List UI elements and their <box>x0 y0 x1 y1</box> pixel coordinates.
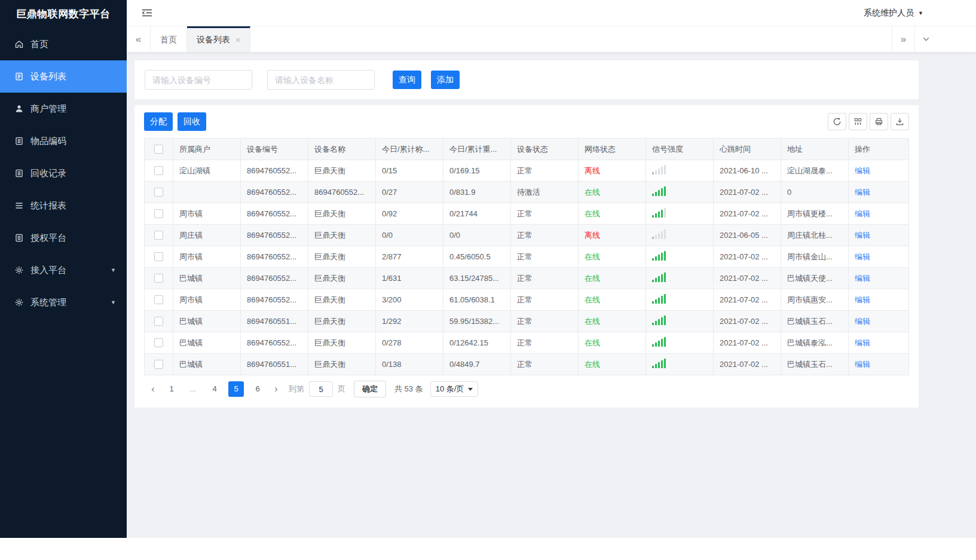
cell-heartbeat: 2021-07-02 ... <box>714 268 781 289</box>
column-settings-icon[interactable] <box>849 113 867 130</box>
row-checkbox[interactable] <box>154 338 163 347</box>
next-page-icon[interactable]: › <box>268 384 284 394</box>
row-checkbox[interactable] <box>154 360 163 369</box>
assign-button[interactable]: 分配 <box>144 112 173 131</box>
query-button[interactable]: 查询 <box>393 71 421 89</box>
signal-bars-icon <box>652 294 666 304</box>
cell-device-name: 巨鼎天衡 <box>308 354 376 375</box>
tabs-menu-icon[interactable] <box>914 26 937 52</box>
gear-icon <box>14 298 24 308</box>
cell-merchant: 淀山湖镇 <box>173 160 241 182</box>
signal-bars-icon <box>652 337 666 347</box>
cell-today-weight: 63.15/24785... <box>443 268 511 289</box>
cell-device-no: 8694760552... <box>241 332 308 354</box>
add-button[interactable]: 添加 <box>431 71 460 89</box>
cell-merchant: 周市镇 <box>173 246 241 268</box>
cell-merchant: 周市镇 <box>173 289 241 311</box>
sidebar-item-recycle-record[interactable]: 回收记录 <box>0 157 127 189</box>
sidebar-item-home[interactable]: 首页 <box>0 28 127 60</box>
edit-link[interactable]: 编辑 <box>855 231 870 240</box>
row-checkbox[interactable] <box>154 188 163 197</box>
table-header-row: 所属商户设备编号设备名称今日/累计称...今日/累计重...设备状态网络状态信号… <box>145 139 909 160</box>
row-checkbox[interactable] <box>154 209 163 218</box>
tab[interactable]: 设备列表 × <box>187 26 250 52</box>
row-checkbox[interactable] <box>154 274 163 283</box>
cell-today-weight: 0/21744 <box>443 203 511 225</box>
sidebar-menu: 首页 设备列表 商户管理 物品编码 回收记录 统计报表 授权平台 接入平台 ▼ … <box>0 28 127 319</box>
cell-signal <box>646 225 714 246</box>
table-row: 周市镇 8694760552... 巨鼎天衡 3/200 61.05/6038.… <box>145 289 909 311</box>
doc-icon <box>14 136 24 146</box>
cell-signal <box>646 268 714 289</box>
page-number[interactable]: 4 <box>207 381 222 397</box>
edit-link[interactable]: 编辑 <box>855 317 870 326</box>
cell-device-status: 正常 <box>511 246 579 268</box>
search-panel: 查询 添加 <box>134 60 919 99</box>
prev-page-icon[interactable]: ‹ <box>145 384 161 394</box>
goto-page-input[interactable] <box>309 381 333 397</box>
edit-link[interactable]: 编辑 <box>855 295 870 304</box>
row-checkbox[interactable] <box>154 252 163 261</box>
signal-bars-icon <box>652 186 666 196</box>
table-row: 8694760552... 8694760552... 0/27 0/831.9… <box>145 182 909 203</box>
cell-merchant: 周庄镇 <box>173 225 241 246</box>
device-name-input[interactable] <box>267 70 375 90</box>
page-number[interactable]: 1 <box>164 381 179 397</box>
sidebar-item-device-list[interactable]: 设备列表 <box>0 60 127 93</box>
edit-link[interactable]: 编辑 <box>855 209 870 218</box>
chevron-down-icon: ▼ <box>111 267 116 273</box>
cell-merchant <box>173 182 241 203</box>
table-row: 巴城镇 8694760552... 巨鼎天衡 0/278 0/12642.15 … <box>145 332 909 354</box>
cell-signal <box>646 289 714 311</box>
page-number[interactable]: 5 <box>228 381 244 397</box>
cell-signal <box>646 354 714 375</box>
edit-link[interactable]: 编辑 <box>855 360 870 369</box>
tabs-scroll-right-icon[interactable]: » <box>892 26 914 52</box>
cell-signal <box>646 332 714 354</box>
row-checkbox[interactable] <box>154 295 163 304</box>
sidebar-item-merchant-mgmt[interactable]: 商户管理 <box>0 93 127 125</box>
row-checkbox[interactable] <box>154 317 163 326</box>
select-all-checkbox[interactable] <box>154 145 163 154</box>
edit-link[interactable]: 编辑 <box>855 274 870 283</box>
confirm-page-button[interactable]: 确定 <box>354 381 386 397</box>
device-no-input[interactable] <box>145 70 252 90</box>
sidebar-item-access-platform[interactable]: 接入平台 ▼ <box>0 254 127 286</box>
cell-merchant: 巴城镇 <box>173 311 241 332</box>
doc-icon <box>14 233 24 243</box>
cell-network-status: 在线 <box>579 289 646 311</box>
sidebar-item-item-code[interactable]: 物品编码 <box>0 125 127 157</box>
export-icon[interactable] <box>891 113 909 130</box>
cell-today-weight: 59.95/15382... <box>443 311 511 332</box>
sidebar-item-stats-report[interactable]: 统计报表 <box>0 189 127 222</box>
cell-today-weight: 0/0 <box>443 225 511 246</box>
cell-network-status: 在线 <box>579 182 646 203</box>
edit-link[interactable]: 编辑 <box>855 188 870 197</box>
close-icon[interactable]: × <box>235 36 240 44</box>
sidebar-collapse-icon[interactable] <box>142 8 152 18</box>
row-checkbox[interactable] <box>154 166 163 175</box>
edit-link[interactable]: 编辑 <box>855 252 870 261</box>
cell-today-count: 0/0 <box>376 225 443 246</box>
print-icon[interactable] <box>870 113 888 130</box>
cell-device-name: 巨鼎天衡 <box>308 246 376 268</box>
refresh-icon[interactable] <box>828 113 846 130</box>
page-number[interactable]: 6 <box>250 381 265 397</box>
user-menu[interactable]: 系统维护人员 ▼ <box>864 8 923 19</box>
tabs-scroll-left-icon[interactable]: « <box>127 26 151 52</box>
row-checkbox[interactable] <box>154 231 163 240</box>
edit-link[interactable]: 编辑 <box>855 338 870 347</box>
cell-signal <box>646 203 714 225</box>
cell-heartbeat: 2021-07-02 ... <box>714 246 781 268</box>
tab[interactable]: 首页 <box>151 26 187 52</box>
edit-link[interactable]: 编辑 <box>855 166 870 175</box>
cell-network-status: 在线 <box>579 246 646 268</box>
cell-network-status: 离线 <box>579 160 646 182</box>
cell-network-status: 在线 <box>579 311 646 332</box>
page-size-select[interactable]: 10 条/页 <box>430 381 479 397</box>
recycle-button[interactable]: 回收 <box>178 112 206 131</box>
sidebar-item-system-mgmt[interactable]: 系统管理 ▼ <box>0 286 127 319</box>
table-row: 巴城镇 8694760552... 巨鼎天衡 1/631 63.15/24785… <box>145 268 909 289</box>
cell-device-name: 巨鼎天衡 <box>308 160 376 182</box>
sidebar-item-auth-platform[interactable]: 授权平台 <box>0 222 127 254</box>
